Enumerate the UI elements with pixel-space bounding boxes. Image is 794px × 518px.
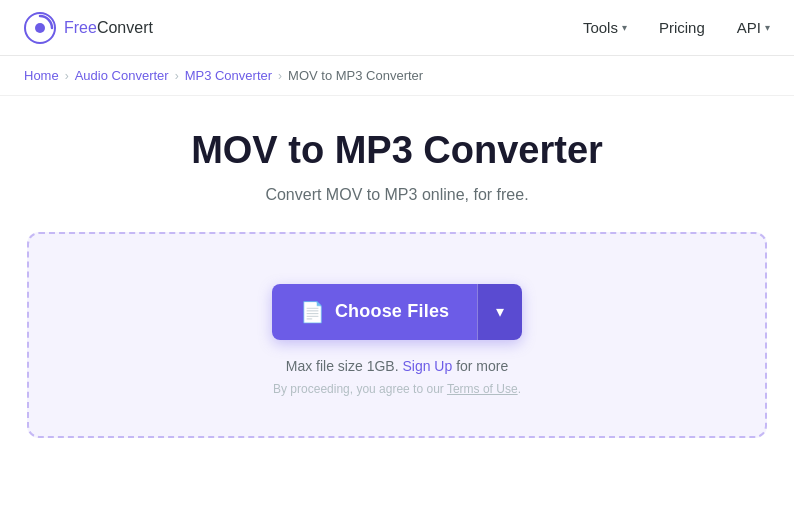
breadcrumb-audio-converter[interactable]: Audio Converter <box>75 68 169 83</box>
breadcrumb-current: MOV to MP3 Converter <box>288 68 423 83</box>
tools-chevron-icon: ▾ <box>622 22 627 33</box>
upload-area: 📄 Choose Files ▾ Max file size 1GB. Sign… <box>27 232 767 438</box>
terms-link[interactable]: Terms of Use <box>447 382 518 396</box>
breadcrumb-home[interactable]: Home <box>24 68 59 83</box>
choose-files-button[interactable]: 📄 Choose Files <box>272 284 478 340</box>
logo: FreeConvert <box>24 12 153 44</box>
logo-convert: Convert <box>97 19 153 36</box>
header: FreeConvert Tools ▾ Pricing API ▾ <box>0 0 794 56</box>
file-size-info: Max file size 1GB. Sign Up for more <box>49 358 745 374</box>
nav-tools[interactable]: Tools ▾ <box>583 19 627 36</box>
nav-pricing[interactable]: Pricing <box>659 19 705 36</box>
main-content: MOV to MP3 Converter Convert MOV to MP3 … <box>0 96 794 458</box>
page-title: MOV to MP3 Converter <box>24 128 770 174</box>
dropdown-chevron-icon: ▾ <box>496 302 504 321</box>
breadcrumb-mp3-converter[interactable]: MP3 Converter <box>185 68 272 83</box>
page-subtitle: Convert MOV to MP3 online, for free. <box>24 186 770 204</box>
file-upload-icon: 📄 <box>300 300 325 324</box>
terms-text: By proceeding, you agree to our Terms of… <box>49 382 745 396</box>
nav: Tools ▾ Pricing API ▾ <box>583 19 770 36</box>
breadcrumb-sep-3: › <box>278 69 282 83</box>
breadcrumb-sep-1: › <box>65 69 69 83</box>
logo-free: Free <box>64 19 97 36</box>
logo-text: FreeConvert <box>64 19 153 37</box>
breadcrumb-sep-2: › <box>175 69 179 83</box>
signup-link[interactable]: Sign Up <box>402 358 452 374</box>
logo-icon <box>24 12 56 44</box>
nav-api[interactable]: API ▾ <box>737 19 770 36</box>
choose-files-group: 📄 Choose Files ▾ <box>272 284 523 340</box>
breadcrumb: Home › Audio Converter › MP3 Converter ›… <box>0 56 794 96</box>
svg-point-1 <box>35 23 45 33</box>
api-chevron-icon: ▾ <box>765 22 770 33</box>
choose-files-dropdown-button[interactable]: ▾ <box>477 284 522 340</box>
